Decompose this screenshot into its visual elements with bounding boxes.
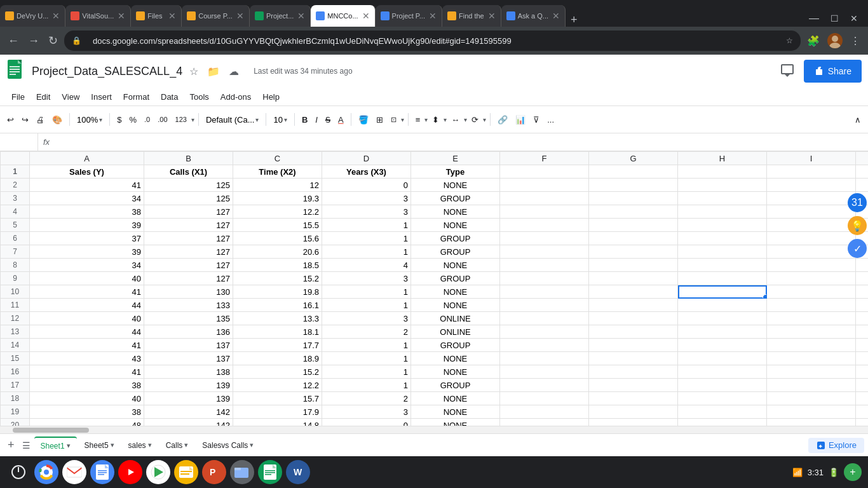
decimal-decrease-button[interactable]: .0 — [141, 113, 153, 126]
cell-I14[interactable] — [767, 339, 856, 352]
cell-C2[interactable]: 12 — [233, 179, 322, 192]
cell-I7[interactable] — [767, 245, 856, 259]
insert-filter-button[interactable]: ⊽ — [530, 112, 543, 127]
cell-H8[interactable] — [678, 259, 767, 272]
cell-A7[interactable]: 39 — [30, 245, 144, 259]
cell-H10[interactable] — [678, 285, 767, 299]
cell-C1[interactable]: Time (X2) — [233, 165, 322, 179]
cell-G16[interactable] — [589, 365, 678, 379]
cell-J13[interactable] — [856, 325, 869, 339]
strikethrough-button[interactable]: S̶ — [322, 112, 334, 127]
cell-A16[interactable]: 41 — [30, 365, 144, 379]
cell-reference-box[interactable] — [0, 133, 38, 151]
cell-G15[interactable] — [589, 352, 678, 365]
cell-H13[interactable] — [678, 325, 767, 339]
taskbar-sheets-icon[interactable] — [258, 460, 282, 484]
cell-H2[interactable] — [678, 179, 767, 192]
cell-I11[interactable] — [767, 299, 856, 312]
taskbar-word-icon[interactable]: W — [286, 460, 310, 484]
taskbar-chrome-icon[interactable] — [34, 460, 58, 484]
rotate-button[interactable]: ⟳ — [468, 112, 482, 127]
sales-dropdown-icon[interactable]: ▾ — [148, 441, 152, 449]
cell-C17[interactable]: 12.2 — [233, 379, 322, 392]
cell-J20[interactable] — [856, 419, 869, 426]
cell-I2[interactable] — [767, 179, 856, 192]
cell-G9[interactable] — [589, 272, 678, 285]
cell-D8[interactable]: 4 — [322, 259, 411, 272]
cell-A15[interactable]: 43 — [30, 352, 144, 365]
taskbar-play-icon[interactable] — [146, 460, 170, 484]
scroll-thumb[interactable] — [13, 428, 89, 433]
cell-A20[interactable]: 48 — [30, 419, 144, 426]
fill-color-button[interactable]: 🪣 — [355, 112, 372, 127]
cell-F10[interactable] — [500, 285, 589, 299]
col-header-e[interactable]: E — [411, 152, 500, 165]
taskbar-gmail-icon[interactable] — [62, 460, 86, 484]
taskbar-files-icon[interactable] — [230, 460, 254, 484]
cell-D13[interactable]: 2 — [322, 325, 411, 339]
cell-A14[interactable]: 41 — [30, 339, 144, 352]
col-header-h[interactable]: H — [678, 152, 767, 165]
cell-F13[interactable] — [500, 325, 589, 339]
cell-C19[interactable]: 17.9 — [233, 405, 322, 419]
tab-close-course[interactable]: ✕ — [236, 11, 244, 21]
cell-F20[interactable] — [500, 419, 589, 426]
cell-B17[interactable]: 139 — [144, 379, 233, 392]
cell-E15[interactable]: NONE — [411, 352, 500, 365]
salesvscalls-dropdown-icon[interactable]: ▾ — [250, 441, 254, 449]
tab-project1[interactable]: Project... ✕ — [250, 5, 311, 27]
cell-I19[interactable] — [767, 405, 856, 419]
taskbar-power-icon[interactable] — [6, 460, 31, 484]
cell-A3[interactable]: 34 — [30, 192, 144, 205]
cell-A9[interactable]: 40 — [30, 272, 144, 285]
sheet-tab-salesvscalls[interactable]: Salesvs Calls ▾ — [196, 437, 260, 454]
font-size-dropdown[interactable]: 10 ▾ — [270, 113, 290, 126]
menu-insert[interactable]: Insert — [86, 90, 117, 104]
cell-B6[interactable]: 127 — [144, 232, 233, 245]
tab-close-askq[interactable]: ✕ — [552, 11, 560, 21]
cell-E7[interactable]: GROUP — [411, 245, 500, 259]
bookmark-icon[interactable]: ☆ — [786, 36, 793, 45]
cell-B1[interactable]: Calls (X1) — [144, 165, 233, 179]
cell-C5[interactable]: 15.5 — [233, 219, 322, 232]
cell-D3[interactable]: 3 — [322, 192, 411, 205]
sheet-tab-sales[interactable]: sales ▾ — [122, 437, 158, 454]
cell-G12[interactable] — [589, 312, 678, 325]
col-header-a[interactable]: A — [30, 152, 144, 165]
cell-B11[interactable]: 133 — [144, 299, 233, 312]
menu-view[interactable]: View — [57, 90, 85, 104]
cell-G4[interactable] — [589, 205, 678, 219]
menu-icon[interactable]: ⋮ — [848, 32, 863, 50]
minimize-button[interactable]: — — [804, 10, 824, 27]
cell-B2[interactable]: 125 — [144, 179, 233, 192]
tab-findthe[interactable]: Find the ✕ — [442, 5, 501, 27]
cell-H9[interactable] — [678, 272, 767, 285]
cell-B5[interactable]: 127 — [144, 219, 233, 232]
cell-E3[interactable]: GROUP — [411, 192, 500, 205]
cell-C9[interactable]: 15.2 — [233, 272, 322, 285]
sheet-tab-calls[interactable]: Calls ▾ — [159, 437, 195, 454]
cell-F18[interactable] — [500, 392, 589, 405]
cell-I4[interactable] — [767, 205, 856, 219]
cell-F4[interactable] — [500, 205, 589, 219]
back-button[interactable]: ← — [5, 32, 22, 50]
cell-B15[interactable]: 137 — [144, 352, 233, 365]
cell-H15[interactable] — [678, 352, 767, 365]
sheet-tab-sheet1[interactable]: Sheet1 ▾ — [34, 437, 77, 454]
cell-J19[interactable] — [856, 405, 869, 419]
col-header-j[interactable]: J — [856, 152, 869, 165]
cell-E4[interactable]: NONE — [411, 205, 500, 219]
cell-I3[interactable] — [767, 192, 856, 205]
print-button[interactable]: 🖨 — [33, 112, 48, 127]
cell-D16[interactable]: 1 — [322, 365, 411, 379]
cell-C8[interactable]: 18.5 — [233, 259, 322, 272]
cell-J17[interactable] — [856, 379, 869, 392]
cell-F12[interactable] — [500, 312, 589, 325]
decimal-increase-button[interactable]: .00 — [154, 113, 170, 126]
cell-G3[interactable] — [589, 192, 678, 205]
menu-edit[interactable]: Edit — [31, 90, 55, 104]
sheet-menu-button[interactable]: ☰ — [20, 440, 33, 451]
cell-H20[interactable] — [678, 419, 767, 426]
cell-J12[interactable] — [856, 312, 869, 325]
menu-help[interactable]: Help — [257, 90, 285, 104]
